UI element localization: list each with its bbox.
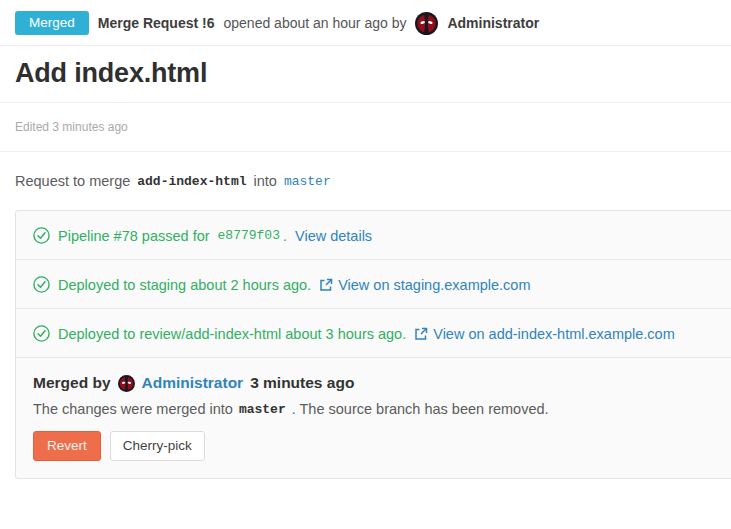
request-to-merge-line: Request to merge add-index-html into mas… [15, 173, 731, 189]
commit-sha-link[interactable]: e8779f03 [218, 228, 280, 243]
edited-note: Edited 3 minutes ago [15, 120, 731, 134]
deploy-review-text: Deployed to review/add-index-html about … [58, 326, 406, 342]
deploy-review-row: Deployed to review/add-index-html about … [16, 309, 731, 358]
check-circle-icon [33, 276, 50, 293]
pipeline-status-text: Pipeline #78 passed for [58, 228, 210, 244]
merged-note-before: The changes were merged into [33, 401, 233, 417]
mr-status-widget: Pipeline #78 passed for e8779f03. View d… [15, 210, 731, 479]
author-name[interactable]: Administrator [447, 15, 539, 31]
header-divider [0, 45, 731, 46]
cherry-pick-button[interactable]: Cherry-pick [110, 431, 205, 461]
mr-id-label: Merge Request !6 [98, 15, 215, 31]
merged-by-prefix: Merged by [33, 374, 111, 392]
merged-target-branch: master [239, 402, 286, 417]
pipeline-separator: . [283, 228, 287, 244]
view-details-link[interactable]: View details [295, 228, 372, 244]
author-avatar[interactable] [415, 12, 438, 35]
into-text: into [253, 173, 276, 189]
page-title: Add index.html [15, 58, 731, 89]
view-review-app-link-text: View on add-index-html.example.com [433, 326, 675, 342]
check-circle-icon [33, 325, 50, 342]
pipeline-status-row: Pipeline #78 passed for e8779f03. View d… [16, 211, 731, 260]
view-review-app-link[interactable]: View on add-index-html.example.com [414, 326, 675, 342]
deploy-staging-row: Deployed to staging about 2 hours ago. V… [16, 260, 731, 309]
target-branch-link[interactable]: master [284, 174, 331, 189]
merger-name-link[interactable]: Administrator [142, 374, 244, 392]
revert-button[interactable]: Revert [33, 431, 101, 461]
mr-opened-text: opened about an hour ago by [223, 15, 406, 31]
merger-avatar[interactable] [118, 375, 135, 392]
merged-note-after: . The source branch has been removed. [292, 401, 549, 417]
title-divider [0, 102, 731, 103]
merge-request-page: Merged Merge Request !6 opened about an … [0, 0, 731, 479]
merged-note: The changes were merged into master . Th… [33, 401, 717, 417]
merged-time: 3 minutes ago [250, 374, 354, 392]
request-prefix: Request to merge [15, 173, 130, 189]
external-link-icon [319, 278, 333, 292]
view-staging-link-text: View on staging.example.com [338, 277, 530, 293]
source-branch-label: add-index-html [137, 174, 246, 189]
merged-footer: Merged by Administrator 3 minutes ago Th… [16, 358, 731, 478]
check-circle-icon [33, 227, 50, 244]
mr-action-buttons: Revert Cherry-pick [33, 431, 717, 461]
view-staging-link[interactable]: View on staging.example.com [319, 277, 530, 293]
external-link-icon [414, 327, 428, 341]
edited-divider [0, 151, 731, 152]
status-badge: Merged [15, 11, 89, 35]
merged-by-line: Merged by Administrator 3 minutes ago [33, 374, 717, 392]
mr-header: Merged Merge Request !6 opened about an … [0, 0, 731, 45]
deploy-staging-text: Deployed to staging about 2 hours ago. [58, 277, 311, 293]
